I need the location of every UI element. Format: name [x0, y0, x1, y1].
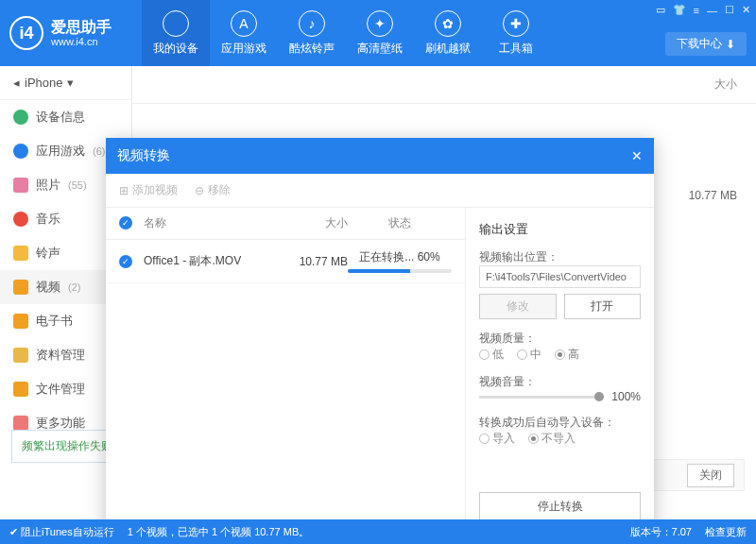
- minus-icon: ⊖: [195, 184, 204, 197]
- col-size-header: 大小: [714, 76, 737, 93]
- device-selector[interactable]: ◂ iPhone ▾: [0, 66, 131, 100]
- check-update-button[interactable]: 检查更新: [705, 525, 747, 539]
- import-yes-radio[interactable]: 导入: [479, 431, 515, 447]
- download-center-button[interactable]: 下载中心⬇: [665, 32, 747, 56]
- data-icon: [13, 348, 28, 363]
- folder-icon: [13, 382, 28, 397]
- flash-icon: ✿: [435, 10, 461, 37]
- body: ◂ iPhone ▾ 设备信息 应用游戏(6) 照片(55) 音乐 铃声 视频(…: [0, 66, 756, 519]
- volume-value: 100%: [611, 390, 641, 403]
- volume-label: 视频音量：: [479, 374, 641, 390]
- version-label: 版本号：7.07: [630, 525, 692, 539]
- bg-row-size: 10.77 MB: [689, 189, 737, 202]
- itunes-block-toggle[interactable]: ✔ 阻止iTunes自动运行: [9, 525, 114, 539]
- main-tabs: 我的设备 A应用游戏 ♪酷炫铃声 ✦高清壁纸 ✿刷机越狱 ✚工具箱: [142, 0, 550, 66]
- titlebar: i4 爱思助手 www.i4.cn 我的设备 A应用游戏 ♪酷炫铃声 ✦高清壁纸…: [0, 0, 756, 66]
- info-icon: [13, 110, 28, 125]
- tab-flash[interactable]: ✿刷机越狱: [414, 0, 482, 66]
- tab-apps[interactable]: A应用游戏: [210, 0, 278, 66]
- tip-close-button[interactable]: 关闭: [687, 464, 734, 487]
- volume-slider[interactable]: 100%: [479, 390, 641, 403]
- download-icon: ⬇: [726, 38, 735, 51]
- plus-icon: ⊞: [119, 184, 129, 197]
- list-row[interactable]: ✓ Office1 - 副本.MOV 10.77 MB 正在转换... 60%: [106, 240, 465, 283]
- progress-fill: [348, 269, 410, 273]
- app-url: www.i4.cn: [51, 36, 112, 47]
- dialog-close-button[interactable]: ✕: [631, 148, 643, 163]
- file-list: ✓ 名称 大小 状态 ✓ Office1 - 副本.MOV 10.77 MB 正…: [106, 208, 465, 519]
- ring-icon: ♪: [299, 10, 325, 37]
- maximize-icon[interactable]: ☐: [725, 4, 734, 16]
- quality-low-radio[interactable]: 低: [479, 347, 504, 363]
- status-summary: 1 个视频，已选中 1 个视频 10.77 MB。: [128, 525, 310, 539]
- add-video-button[interactable]: ⊞添加视频: [119, 182, 178, 198]
- app-name: 爱思助手: [51, 19, 112, 36]
- dialog-title: 视频转换: [117, 147, 170, 164]
- app-icon: A: [231, 10, 257, 37]
- window-controls: ▭ 👕 ≡ — ☐ ✕: [656, 4, 750, 16]
- logo-icon: i4: [9, 16, 43, 50]
- stop-convert-button[interactable]: 停止转换: [479, 492, 641, 519]
- tab-device[interactable]: 我的设备: [142, 0, 210, 66]
- close-icon[interactable]: ✕: [742, 4, 750, 16]
- output-section-title: 输出设置: [479, 221, 641, 238]
- photos-icon: [13, 178, 28, 193]
- quality-mid-radio[interactable]: 中: [517, 347, 541, 363]
- video-icon: [13, 280, 28, 295]
- dialog-toolbar: ⊞添加视频 ⊖移除: [106, 174, 654, 208]
- tab-wallpapers[interactable]: ✦高清壁纸: [346, 0, 414, 66]
- progress-bar: [348, 269, 452, 273]
- path-label: 视频输出位置：: [479, 249, 641, 265]
- remove-button[interactable]: ⊖移除: [195, 182, 231, 198]
- apps-icon: [13, 144, 28, 159]
- menu-icon[interactable]: ≡: [694, 5, 699, 16]
- output-settings: 输出设置 视频输出位置： F:\i4Tools7\Files\ConvertVi…: [465, 208, 654, 519]
- statusbar: ✔ 阻止iTunes自动运行 1 个视频，已选中 1 个视频 10.77 MB。…: [0, 519, 756, 544]
- video-convert-dialog: 视频转换 ✕ ⊞添加视频 ⊖移除 ✓ 名称 大小 状态 ✓ Offi: [106, 138, 654, 519]
- quality-label: 视频质量：: [479, 331, 641, 347]
- tools-icon: ✚: [503, 10, 529, 37]
- row-checkbox[interactable]: ✓: [119, 255, 132, 268]
- book-icon: [13, 314, 28, 329]
- quality-high-radio[interactable]: 高: [555, 347, 579, 363]
- wallpaper-icon: ✦: [367, 10, 393, 37]
- import-no-radio[interactable]: 不导入: [528, 431, 576, 447]
- logo: i4 爱思助手 www.i4.cn: [9, 16, 142, 50]
- col-size-header: 大小: [272, 215, 348, 231]
- list-header: ✓ 名称 大小 状态: [106, 208, 465, 240]
- row-size: 10.77 MB: [272, 255, 348, 268]
- col-status-header: 状态: [348, 215, 452, 231]
- more-icon: [13, 416, 28, 431]
- slider-thumb[interactable]: [594, 392, 604, 401]
- modify-button[interactable]: 修改: [479, 294, 557, 319]
- import-label: 转换成功后自动导入设备：: [479, 415, 641, 431]
- open-button[interactable]: 打开: [564, 294, 642, 319]
- col-name-header: 名称: [144, 215, 272, 231]
- music-icon: [13, 212, 28, 227]
- minimize-icon[interactable]: —: [707, 5, 717, 16]
- row-status: 正在转换... 60%: [348, 249, 452, 273]
- tab-tools[interactable]: ✚工具箱: [482, 0, 550, 66]
- tab-ringtones[interactable]: ♪酷炫铃声: [278, 0, 346, 66]
- apple-icon: [163, 10, 189, 37]
- select-all-checkbox[interactable]: ✓: [119, 216, 132, 230]
- feedback-icon[interactable]: ▭: [656, 4, 665, 16]
- app-window: i4 爱思助手 www.i4.cn 我的设备 A应用游戏 ♪酷炫铃声 ✦高清壁纸…: [0, 0, 756, 544]
- row-name: Office1 - 副本.MOV: [144, 253, 272, 269]
- sidebar-item-info[interactable]: 设备信息: [0, 100, 131, 134]
- skin-icon[interactable]: 👕: [673, 4, 686, 16]
- dialog-titlebar: 视频转换 ✕: [106, 138, 654, 174]
- bell-icon: [13, 246, 28, 261]
- bg-table-header: 大小: [132, 66, 756, 104]
- output-path: F:\i4Tools7\Files\ConvertVideo: [479, 265, 641, 288]
